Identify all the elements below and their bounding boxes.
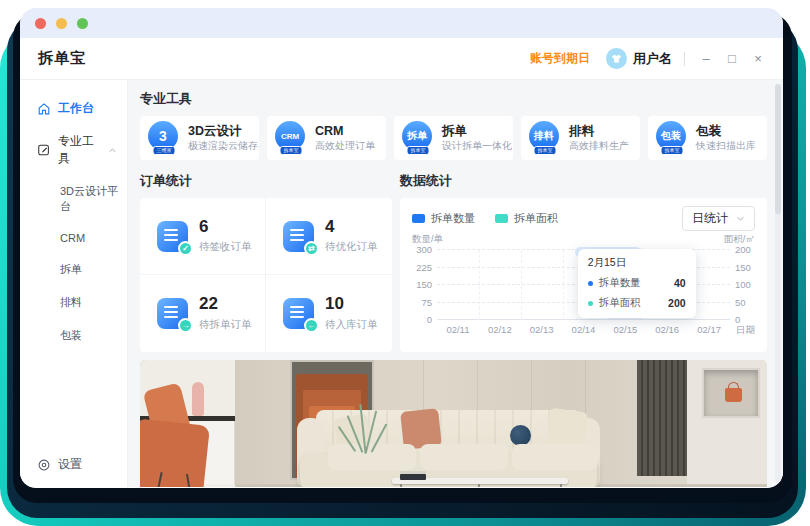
tool-card-subtitle: 高效处理订单 xyxy=(315,139,375,153)
blue-dot-icon xyxy=(588,281,593,286)
sidebar-item-nesting[interactable]: 排料 xyxy=(20,286,127,319)
tool-card-crm[interactable]: CRM 拆单宝 CRM 高效处理订单 xyxy=(267,116,386,160)
axis-tick: 50 xyxy=(735,298,746,307)
x-axis-labels: 02/1102/1202/1302/1402/1502/1602/17 xyxy=(437,324,730,337)
section-title-data: 数据统计 xyxy=(400,172,767,190)
sidebar-item-packing[interactable]: 包装 xyxy=(20,319,127,352)
tool-card-nesting[interactable]: 排料 拆单宝 排料 高效排料生产 xyxy=(521,116,640,160)
sidebar-item-split-order[interactable]: 拆单 xyxy=(20,253,127,286)
showcase-banner-photo xyxy=(140,360,767,487)
sidebar: 工作台 专业工具 3D云设计平台 CRM 拆单 排料 包装 xyxy=(20,80,128,487)
stat-pending-optimize[interactable]: ⇄ 4 待优化订单 xyxy=(266,198,392,275)
x-axis-row: 02/1102/1202/1302/1402/1502/1602/17 日期 xyxy=(412,324,755,337)
slat-panel-illustration xyxy=(637,360,687,476)
pen-tool-icon xyxy=(37,143,51,157)
chart-body: 300225150750 2月15日 拆单数量 xyxy=(412,250,755,320)
tool-card-title: 排料 xyxy=(569,123,629,140)
tool-card-subtitle: 快速扫描出库 xyxy=(696,139,756,153)
icon-ribbon: 拆单宝 xyxy=(534,146,557,155)
books-illustration xyxy=(400,474,426,480)
home-icon xyxy=(37,102,51,116)
legend-qty[interactable]: 拆单数量 xyxy=(412,211,475,226)
icon-ribbon: 拆单宝 xyxy=(280,146,303,155)
axis-tick: 225 xyxy=(416,263,432,272)
x-axis-title: 日期 xyxy=(730,324,755,337)
user-avatar[interactable] xyxy=(606,48,627,69)
legend-swatch-blue xyxy=(412,214,425,223)
stat-label: 待优化订单 xyxy=(325,240,378,254)
sidebar-item-3d-cloud[interactable]: 3D云设计平台 xyxy=(20,175,127,223)
data-column: 数据统计 拆单数量 拆单面积 xyxy=(400,170,767,352)
right-axis-ticks: 200150100500 xyxy=(730,250,755,320)
close-traffic-light[interactable] xyxy=(35,18,46,29)
maximize-button[interactable]: □ xyxy=(719,46,745,72)
titlebar xyxy=(20,8,783,38)
x-axis-tick: 02/16 xyxy=(646,324,688,337)
sync-icon: ⇄ xyxy=(304,241,319,256)
app-header: 拆单宝 账号到期日 用户名 – □ × xyxy=(20,38,783,80)
order-doc-icon: ← xyxy=(283,298,314,329)
settings-label: 设置 xyxy=(58,456,82,473)
x-axis-tick: 02/14 xyxy=(563,324,605,337)
orders-stats-card: ✓ 6 待签收订单 ⇄ xyxy=(140,198,392,352)
sidebar-item-settings[interactable]: 设置 xyxy=(37,456,82,473)
chevron-up-icon xyxy=(108,146,117,155)
stat-pending-inbound[interactable]: ← 10 待入库订单 xyxy=(266,275,392,352)
stat-value: 22 xyxy=(199,295,252,314)
minimize-traffic-light[interactable] xyxy=(56,18,67,29)
tool-card-title: 拆单 xyxy=(442,123,509,140)
stat-pending-sign[interactable]: ✓ 6 待签收订单 xyxy=(140,198,266,275)
stats-row: 订单统计 ✓ 6 待签收订单 xyxy=(140,170,767,352)
plant-illustration xyxy=(336,398,396,454)
username-label[interactable]: 用户名 xyxy=(633,50,672,68)
icon-ribbon: 拆单宝 xyxy=(407,146,430,155)
legend-label: 拆单面积 xyxy=(514,211,558,226)
period-filter-select[interactable]: 日统计 xyxy=(682,206,755,231)
sidebar-item-crm[interactable]: CRM xyxy=(20,223,127,253)
chart-legend-row: 拆单数量 拆单面积 日统计 xyxy=(412,204,755,232)
content-scrollbar[interactable] xyxy=(775,84,781,483)
legend-label: 拆单数量 xyxy=(431,211,475,226)
x-axis-tick: 02/17 xyxy=(688,324,730,337)
chevron-down-icon xyxy=(736,214,745,223)
orders-column: 订单统计 ✓ 6 待签收订单 xyxy=(140,170,392,352)
arrow-right-icon: → xyxy=(178,318,193,333)
x-axis-tick: 02/13 xyxy=(521,324,563,337)
axis-tick: 200 xyxy=(735,245,751,254)
stat-value: 6 xyxy=(199,218,252,237)
tool-card-split-order[interactable]: 拆单 拆单宝 拆单 设计拆单一体化 xyxy=(394,116,513,160)
stat-pending-split[interactable]: → 22 待拆单订单 xyxy=(140,275,266,352)
close-button[interactable]: × xyxy=(745,46,771,72)
split-order-app-icon: 拆单 拆单宝 xyxy=(402,121,434,155)
axis-tick: 300 xyxy=(416,245,432,254)
zoom-traffic-light[interactable] xyxy=(77,18,88,29)
handbag-illustration xyxy=(725,388,742,402)
legend-swatch-teal xyxy=(495,214,508,223)
check-icon: ✓ xyxy=(178,241,193,256)
tool-card-packing[interactable]: 包装 拆单宝 包装 快速扫描出库 xyxy=(648,116,767,160)
nesting-app-icon: 排料 拆单宝 xyxy=(529,121,561,155)
chart-tooltip: 2月15日 拆单数量 40 拆单面积 xyxy=(578,249,696,318)
sidebar-item-workbench[interactable]: 工作台 xyxy=(20,92,127,125)
axis-tick: 150 xyxy=(735,263,751,272)
app-title: 拆单宝 xyxy=(38,49,86,68)
tooltip-row-area: 拆单面积 200 xyxy=(588,296,686,310)
tool-card-subtitle: 极速渲染云储存 xyxy=(188,139,255,153)
scrollbar-thumb[interactable] xyxy=(775,84,781,214)
x-axis-tick: 02/15 xyxy=(604,324,646,337)
icon-ribbon: 三维家 xyxy=(153,146,176,155)
stat-label: 待入库订单 xyxy=(325,318,378,332)
main-content: 专业工具 3 三维家 3D云设计 极速渲染云储存 xyxy=(128,80,783,487)
header-divider xyxy=(684,52,685,66)
tool-card-3d-design[interactable]: 3 三维家 3D云设计 极速渲染云储存 xyxy=(140,116,259,160)
tool-card-title: 包装 xyxy=(696,123,756,140)
section-title-tools: 专业工具 xyxy=(140,90,767,108)
account-expiry-link[interactable]: 账号到期日 xyxy=(530,50,590,67)
x-axis-tick: 02/12 xyxy=(479,324,521,337)
gridline xyxy=(521,250,522,320)
sofa-cushion xyxy=(512,444,598,470)
minimize-button[interactable]: – xyxy=(693,46,719,72)
axis-tick: 100 xyxy=(735,280,751,289)
sidebar-group-tools[interactable]: 专业工具 xyxy=(20,125,127,175)
legend-area[interactable]: 拆单面积 xyxy=(495,211,558,226)
